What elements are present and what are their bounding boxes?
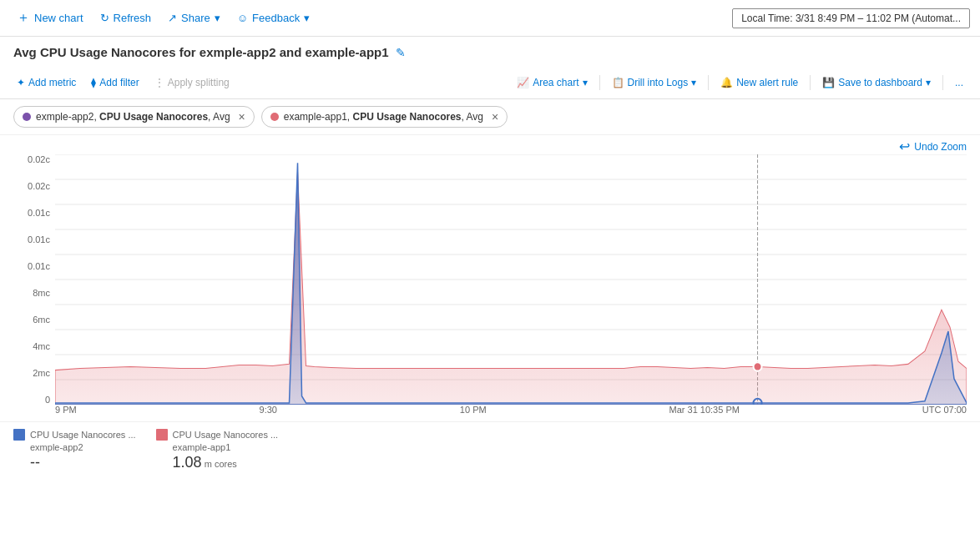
save-icon: 💾 xyxy=(822,77,835,88)
feedback-label: Feedback xyxy=(252,12,300,24)
add-filter-label: Add filter xyxy=(99,77,139,88)
feedback-icon: ☺ xyxy=(237,12,248,24)
metric-tag-2-text: example-app1, CPU Usage Nanocores, Avg xyxy=(284,111,483,123)
chart-title-bar: Avg CPU Usage Nanocores for exmple-app2 … xyxy=(0,37,980,66)
undo-zoom-button[interactable]: ↩ Undo Zoom xyxy=(899,139,967,154)
undo-zoom-icon: ↩ xyxy=(899,139,910,154)
new-chart-label: New chart xyxy=(34,12,83,24)
x-label-930: 9:30 xyxy=(260,405,277,421)
area-chart-chevron-icon: ▾ xyxy=(583,77,588,88)
legend-label-1: CPU Usage Nanocores ... xyxy=(30,430,136,440)
share-chevron-icon: ▾ xyxy=(215,12,220,24)
y-label-8: 2mc xyxy=(33,368,50,378)
top-toolbar-left: ＋ New chart ↻ Refresh ↗ Share ▾ ☺ Feedba… xyxy=(10,6,316,30)
add-metric-icon: ✦ xyxy=(17,77,25,88)
metric-tag-2-dot xyxy=(270,113,279,121)
legend-item-1: CPU Usage Nanocores ... exmple-app2 -- xyxy=(13,429,136,471)
time-range-button[interactable]: Local Time: 3/31 8:49 PM – 11:02 PM (Aut… xyxy=(732,8,970,28)
share-icon: ↗ xyxy=(168,12,177,24)
legend-label-row-1: CPU Usage Nanocores ... xyxy=(13,429,136,441)
area-chart-icon: 📈 xyxy=(517,77,529,88)
chart-toolbar: ✦ Add metric ⧫ Add filter ⋮ Apply splitt… xyxy=(0,66,980,99)
edit-title-icon[interactable]: ✎ xyxy=(396,46,406,59)
drill-logs-chevron-icon: ▾ xyxy=(691,77,696,88)
chart-toolbar-right: 📈 Area chart ▾ 📋 Drill into Logs ▾ 🔔 New… xyxy=(510,73,970,92)
save-to-dashboard-label: Save to dashboard xyxy=(838,77,922,88)
legend-value-1: -- xyxy=(13,454,136,471)
feedback-chevron-icon: ▾ xyxy=(304,12,310,24)
drill-into-logs-button[interactable]: 📋 Drill into Logs ▾ xyxy=(605,73,704,92)
svg-point-12 xyxy=(754,362,762,370)
y-axis: 0.02c 0.02c 0.01c 0.01c 0.01c 8mc 6mc 4m… xyxy=(13,154,55,405)
x-label-utc: UTC 07:00 xyxy=(922,405,967,421)
apply-splitting-label: Apply splitting xyxy=(168,77,230,88)
legend-label-row-2: CPU Usage Nanocores ... xyxy=(156,429,279,441)
metric-tag-1-text: exmple-app2, CPU Usage Nanocores, Avg xyxy=(36,111,230,123)
refresh-button[interactable]: ↻ Refresh xyxy=(93,8,159,28)
save-to-dashboard-button[interactable]: 💾 Save to dashboard ▾ xyxy=(816,73,937,92)
y-label-5: 8mc xyxy=(33,288,50,298)
chart-legend: CPU Usage Nanocores ... exmple-app2 -- C… xyxy=(0,421,980,478)
metric-tag-1-dot xyxy=(23,113,31,121)
plus-icon: ＋ xyxy=(17,9,30,27)
new-alert-rule-label: New alert rule xyxy=(736,77,798,88)
chart-inner: 0.02c 0.02c 0.01c 0.01c 0.01c 8mc 6mc 4m… xyxy=(13,154,967,421)
legend-value-2: 1.08 m cores xyxy=(156,454,279,471)
y-label-7: 4mc xyxy=(33,341,50,351)
chart-svg xyxy=(55,154,967,405)
drill-into-logs-label: Drill into Logs xyxy=(628,77,689,88)
drill-logs-icon: 📋 xyxy=(612,77,624,88)
share-label: Share xyxy=(181,12,210,24)
area-chart-button[interactable]: 📈 Area chart ▾ xyxy=(510,73,594,92)
alert-icon: 🔔 xyxy=(720,77,733,88)
x-axis: 9 PM 9:30 10 PM Mar 31 10:35 PM UTC 07:0… xyxy=(55,405,967,421)
legend-sublabel-1: exmple-app2 xyxy=(13,442,136,452)
more-options-label: ... xyxy=(955,77,963,88)
undo-zoom-label: Undo Zoom xyxy=(914,141,967,153)
y-label-4: 0.01c xyxy=(28,261,50,271)
top-toolbar-right: Local Time: 3/31 8:49 PM – 11:02 PM (Aut… xyxy=(732,8,970,28)
chart-toolbar-left: ✦ Add metric ⧫ Add filter ⋮ Apply splitt… xyxy=(10,73,236,92)
toolbar-sep-4 xyxy=(942,75,943,90)
metric-tag-2: example-app1, CPU Usage Nanocores, Avg × xyxy=(261,106,508,128)
y-label-3: 0.01c xyxy=(28,234,50,244)
y-label-2: 0.01c xyxy=(28,208,50,218)
legend-item-2: CPU Usage Nanocores ... example-app1 1.0… xyxy=(156,429,279,471)
metric-tag-1: exmple-app2, CPU Usage Nanocores, Avg × xyxy=(13,106,255,128)
chart-container: 0.02c 0.02c 0.01c 0.01c 0.01c 8mc 6mc 4m… xyxy=(13,154,967,421)
metric-tag-2-close[interactable]: × xyxy=(492,110,498,123)
y-label-1: 0.02c xyxy=(28,181,50,191)
area-chart-label: Area chart xyxy=(533,77,578,88)
new-chart-button[interactable]: ＋ New chart xyxy=(10,6,90,30)
save-chevron-icon: ▾ xyxy=(926,77,931,88)
toolbar-sep-2 xyxy=(708,75,709,90)
refresh-label: Refresh xyxy=(114,12,152,24)
metric-tag-1-close[interactable]: × xyxy=(239,110,245,123)
add-filter-button[interactable]: ⧫ Add filter xyxy=(84,73,145,92)
top-toolbar: ＋ New chart ↻ Refresh ↗ Share ▾ ☺ Feedba… xyxy=(0,0,980,37)
y-label-6: 6mc xyxy=(33,315,50,325)
apply-splitting-button[interactable]: ⋮ Apply splitting xyxy=(148,73,236,92)
chart-title: Avg CPU Usage Nanocores for exmple-app2 … xyxy=(13,45,389,59)
toolbar-sep-3 xyxy=(810,75,811,90)
refresh-icon: ↻ xyxy=(100,12,109,24)
add-metric-button[interactable]: ✦ Add metric xyxy=(10,73,83,92)
share-button[interactable]: ↗ Share ▾ xyxy=(161,8,227,28)
apply-splitting-icon: ⋮ xyxy=(154,77,164,88)
legend-sublabel-2: example-app1 xyxy=(156,442,279,452)
x-label-10pm: 10 PM xyxy=(460,405,487,421)
x-label-9pm: 9 PM xyxy=(55,405,77,421)
legend-label-2: CPU Usage Nanocores ... xyxy=(173,430,279,440)
feedback-button[interactable]: ☺ Feedback ▾ xyxy=(230,8,316,28)
x-label-1035: Mar 31 10:35 PM xyxy=(669,405,740,421)
new-alert-rule-button[interactable]: 🔔 New alert rule xyxy=(714,73,805,92)
y-label-9: 0 xyxy=(45,395,50,405)
legend-color-1 xyxy=(13,429,25,441)
metric-tags-bar: exmple-app2, CPU Usage Nanocores, Avg × … xyxy=(0,99,980,135)
more-options-button[interactable]: ... xyxy=(948,73,970,92)
legend-color-2 xyxy=(156,429,168,441)
chart-plot xyxy=(55,154,967,405)
toolbar-sep-1 xyxy=(599,75,600,90)
undo-zoom-bar: ↩ Undo Zoom xyxy=(0,135,980,154)
time-range-label: Local Time: 3/31 8:49 PM – 11:02 PM (Aut… xyxy=(741,13,961,24)
